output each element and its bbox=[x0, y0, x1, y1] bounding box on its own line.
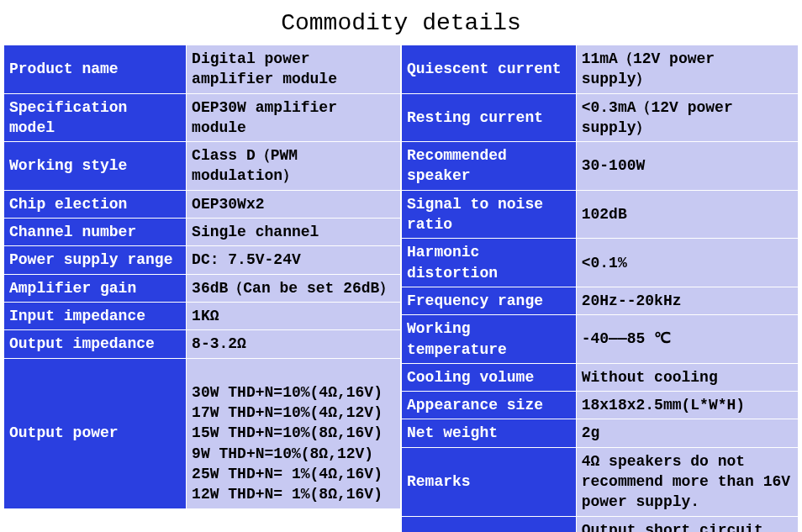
spec-label: Input impedance bbox=[4, 302, 187, 329]
spec-value: 20Hz--20kHz bbox=[576, 287, 798, 314]
spec-label: Power supply range bbox=[4, 246, 187, 274]
table-row: Power supply rangeDC: 7.5V-24V bbox=[4, 246, 401, 274]
table-row: Protection functionOutput short circuit … bbox=[402, 516, 799, 532]
spec-value: <0.1% bbox=[576, 239, 798, 287]
spec-label: Protection function bbox=[402, 516, 577, 532]
spec-value: Without cooling bbox=[576, 363, 798, 391]
spec-table-right: Quiescent current11mA（12V power supply） … bbox=[401, 45, 799, 532]
spec-value: Single channel bbox=[187, 219, 401, 246]
spec-grid: Product nameDigital power amplifier modu… bbox=[0, 45, 802, 532]
spec-label: Output impedance bbox=[4, 330, 187, 358]
spec-label: Appearance size bbox=[402, 392, 577, 419]
table-row: Output impedance8-3.2Ω bbox=[4, 330, 401, 358]
spec-value: 36dB（Can be set 26dB） bbox=[187, 274, 401, 302]
table-row: Appearance size18x18x2.5mm(L*W*H) bbox=[402, 392, 799, 419]
spec-value: <0.3mA（12V power supply） bbox=[576, 93, 798, 142]
table-row: Quiescent current11mA（12V power supply） bbox=[402, 45, 799, 94]
spec-label: Amplifier gain bbox=[4, 274, 187, 302]
table-row: Signal to noise ratio102dB bbox=[402, 190, 799, 239]
table-row: Cooling volumeWithout cooling bbox=[402, 363, 799, 391]
table-row: Product nameDigital power amplifier modu… bbox=[4, 45, 401, 94]
spec-value: Output short circuit protection (Trouble… bbox=[576, 516, 798, 532]
spec-value: 1KΩ bbox=[187, 302, 401, 329]
table-row: Harmonic distortion<0.1% bbox=[402, 239, 799, 287]
table-row: Chip electionOEP30Wx2 bbox=[4, 190, 401, 218]
spec-label: Product name bbox=[4, 45, 187, 94]
spec-value: OEP30Wx2 bbox=[187, 190, 401, 218]
table-row: Net weight2g bbox=[402, 419, 799, 447]
spec-label: Cooling volume bbox=[402, 363, 577, 391]
spec-label: Quiescent current bbox=[402, 45, 577, 94]
spec-label: Harmonic distortion bbox=[402, 239, 577, 287]
spec-value: -40——85 ℃ bbox=[576, 315, 798, 364]
spec-value: 4Ω speakers do not recommend more than 1… bbox=[576, 447, 798, 516]
spec-value: 102dB bbox=[576, 190, 798, 239]
table-row: Output power 30W THD+N=10%(4Ω,16V) 17W T… bbox=[4, 358, 401, 508]
spec-label: Net weight bbox=[402, 419, 577, 447]
table-row: Frequency range20Hz--20kHz bbox=[402, 287, 799, 314]
spec-label: Recommended speaker bbox=[402, 142, 577, 191]
spec-value: 11mA（12V power supply） bbox=[576, 45, 798, 94]
table-row: Resting current<0.3mA（12V power supply） bbox=[402, 93, 799, 142]
table-row: Channel numberSingle channel bbox=[4, 219, 401, 246]
spec-label: Remarks bbox=[402, 447, 577, 516]
spec-value: Digital power amplifier module bbox=[187, 45, 401, 94]
spec-table-left: Product nameDigital power amplifier modu… bbox=[3, 45, 401, 509]
spec-label: Chip election bbox=[4, 190, 187, 218]
spec-label: Frequency range bbox=[402, 287, 577, 314]
table-row: Working styleClass D（PWM modulation） bbox=[4, 142, 401, 191]
spec-value: Class D（PWM modulation） bbox=[187, 142, 401, 191]
page-title: Commodity details bbox=[0, 0, 802, 45]
spec-value: 30W THD+N=10%(4Ω,16V) 17W THD+N=10%(4Ω,1… bbox=[187, 358, 401, 508]
spec-label: Working style bbox=[4, 142, 187, 191]
spec-label: Specification model bbox=[4, 93, 187, 142]
spec-value: 30-100W bbox=[576, 142, 798, 191]
table-row: Input impedance1KΩ bbox=[4, 302, 401, 329]
spec-value: DC: 7.5V-24V bbox=[187, 246, 401, 274]
spec-label: Output power bbox=[4, 358, 187, 508]
spec-label: Signal to noise ratio bbox=[402, 190, 577, 239]
spec-value: OEP30W amplifier module bbox=[187, 93, 401, 142]
spec-value: 8-3.2Ω bbox=[187, 330, 401, 358]
table-row: Specification modelOEP30W amplifier modu… bbox=[4, 93, 401, 142]
spec-value: 2g bbox=[576, 419, 798, 447]
spec-label: Working temperature bbox=[402, 315, 577, 364]
table-row: Amplifier gain36dB（Can be set 26dB） bbox=[4, 274, 401, 302]
spec-value: 18x18x2.5mm(L*W*H) bbox=[576, 392, 798, 419]
spec-label: Channel number bbox=[4, 219, 187, 246]
table-row: Remarks4Ω speakers do not recommend more… bbox=[402, 447, 799, 516]
table-row: Working temperature-40——85 ℃ bbox=[402, 315, 799, 364]
table-row: Recommended speaker30-100W bbox=[402, 142, 799, 191]
spec-label: Resting current bbox=[402, 93, 577, 142]
